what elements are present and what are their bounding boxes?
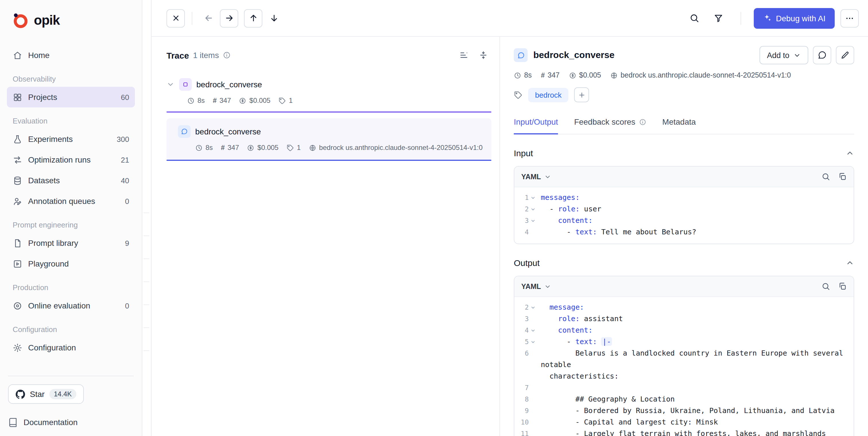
sidebar-item-prompt-library[interactable]: Prompt library 9 [7, 233, 135, 253]
clock-icon [514, 71, 521, 79]
format-select[interactable]: YAML [521, 282, 541, 290]
output-code[interactable]: 2 message:3 role: assistant4 content:5 -… [515, 297, 854, 436]
tag-chip-bedrock[interactable]: bedrock [528, 88, 569, 102]
info-icon [223, 51, 231, 59]
content-row: Trace 1 items [152, 37, 868, 436]
tab-feedback-scores[interactable]: Feedback scores [574, 117, 646, 135]
toolbar-divider [192, 12, 192, 24]
span-row-selected[interactable]: bedrock_converse 8s # 347 $ [166, 118, 491, 161]
section-evaluation: Evaluation [7, 117, 135, 125]
output-code-header: YAML [515, 276, 854, 297]
details-stats: 8s # 347 $0.005 bedrock us.anthropic.cla… [514, 71, 854, 79]
tab-input-output[interactable]: Input/Output [514, 117, 558, 135]
search-button[interactable] [685, 9, 704, 27]
sidebar-item-annotation-queues[interactable]: Annotation queues 0 [7, 191, 135, 211]
edit-button[interactable] [836, 46, 854, 64]
globe-icon [610, 71, 618, 79]
item-count: 0 [125, 197, 129, 205]
item-count: 9 [125, 239, 129, 247]
fold-chevron-icon[interactable] [530, 301, 536, 313]
annotator-icon [12, 196, 22, 206]
cost-stat: $0.005 [239, 96, 270, 105]
sidebar-item-experiments[interactable]: Experiments 300 [7, 129, 135, 149]
chevron-down-icon[interactable] [545, 283, 551, 290]
collapse-spans-button[interactable] [475, 47, 491, 63]
format-select[interactable]: YAML [521, 173, 541, 181]
toolbar-divider [740, 12, 741, 24]
fold-chevron-icon[interactable] [530, 215, 536, 226]
comment-button[interactable] [813, 46, 831, 64]
globe-icon [309, 144, 316, 151]
add-tag-button[interactable] [575, 87, 589, 102]
fold-chevron-icon[interactable] [530, 336, 536, 348]
code-line: 2 message: [515, 301, 847, 313]
sidebar-item-home[interactable]: Home [7, 45, 135, 65]
trace-panel-actions [456, 47, 491, 63]
expand-tree-button[interactable] [456, 47, 472, 63]
sidebar-item-datasets[interactable]: Datasets 40 [7, 170, 135, 191]
sidebar-item-online-evaluation[interactable]: Online evaluation 0 [7, 295, 135, 316]
code-line: 2 - role: user [515, 203, 847, 215]
clock-icon [187, 97, 195, 104]
code-line: 7 [515, 382, 847, 394]
model-stat: bedrock us.anthropic.claude-sonnet-4-202… [610, 71, 791, 79]
input-code[interactable]: 1messages:2 - role: user3 content:4 - te… [515, 187, 854, 243]
sidebar-item-configuration[interactable]: Configuration [7, 337, 135, 358]
trace-row[interactable]: bedrock_converse 8s # 347 $ [166, 78, 491, 113]
chevron-up-icon[interactable] [846, 149, 854, 157]
trace-row-stats: 8s # 347 $0.005 1 [187, 96, 491, 105]
add-to-button[interactable]: Add to [760, 46, 808, 64]
coin-icon [239, 97, 247, 104]
sidebar-item-projects[interactable]: Projects 60 [7, 87, 135, 108]
input-section-title: Input [514, 148, 533, 158]
sidebar-item-label: Optimization runs [28, 155, 91, 164]
opik-app: opik Home Observability Projects 60 Eval… [0, 0, 868, 436]
github-star-button[interactable]: Star 14.4K [8, 384, 84, 404]
item-count: 40 [121, 176, 129, 185]
sparkle-icon [763, 14, 771, 22]
fold-chevron-icon[interactable] [530, 325, 536, 336]
chevron-up-icon[interactable] [846, 259, 854, 267]
tab-metadata[interactable]: Metadata [662, 117, 696, 135]
filter-button[interactable] [709, 9, 727, 27]
more-actions-button[interactable] [840, 9, 859, 27]
input-section-header[interactable]: Input [514, 148, 854, 158]
next-span-button[interactable] [265, 9, 283, 27]
code-line: 3 content: [515, 215, 847, 226]
tag-icon [286, 144, 294, 151]
hash-icon: # [213, 96, 216, 105]
output-section-title: Output [514, 258, 539, 268]
fold-chevron-icon[interactable] [530, 192, 536, 203]
details-actions: Add to [760, 46, 854, 64]
tag-count-stat: 1 [278, 96, 292, 105]
sidebar-item-documentation[interactable]: Documentation [8, 412, 134, 433]
code-search-button[interactable] [822, 172, 830, 181]
sidebar-item-playground[interactable]: Playground [7, 253, 135, 274]
chevron-down-icon[interactable] [545, 173, 551, 180]
output-section-header[interactable]: Output [514, 258, 854, 268]
opik-logo[interactable]: opik [0, 0, 142, 40]
prev-trace-button[interactable] [199, 9, 218, 27]
sidebar-item-optimization-runs[interactable]: Optimization runs 21 [7, 149, 135, 170]
copy-button[interactable] [838, 282, 847, 291]
fold-chevron-icon[interactable] [530, 203, 536, 215]
copy-button[interactable] [838, 172, 847, 181]
online-evaluation-icon [12, 301, 22, 311]
sidebar-item-label: Projects [28, 92, 57, 102]
sidebar-item-label: Online evaluation [28, 301, 90, 310]
document-icon [12, 238, 22, 248]
chevron-down-icon[interactable] [166, 80, 175, 88]
code-line: 4 - text: Tell me about Belarus? [515, 226, 847, 238]
code-search-button[interactable] [822, 282, 830, 291]
panel-resize-gutter[interactable] [143, 0, 152, 436]
row-divider [144, 235, 149, 236]
debug-with-ai-button[interactable]: Debug with AI [753, 8, 835, 28]
code-line: 1messages: [515, 192, 847, 203]
close-button[interactable] [166, 9, 185, 27]
chevron-down-icon [794, 51, 801, 59]
next-trace-button[interactable] [220, 9, 238, 27]
item-count: 60 [121, 93, 129, 101]
swap-arrows-icon [12, 155, 22, 165]
prev-span-button[interactable] [244, 9, 262, 27]
row-divider [144, 282, 149, 282]
